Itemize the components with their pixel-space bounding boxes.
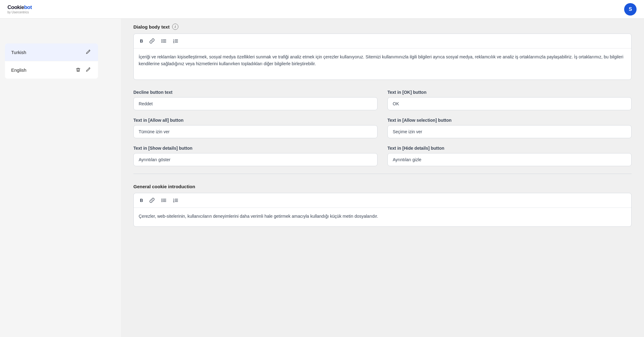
delete-english-button[interactable] (74, 66, 82, 74)
decline-button-label: Decline button text (133, 90, 378, 95)
language-name-english: English (11, 67, 26, 73)
svg-point-12 (162, 199, 163, 200)
hide-details-field: Text in [Hide details] button (387, 146, 632, 166)
dialog-body-text-section: Dialog body text i B (133, 24, 632, 80)
edit-english-button[interactable] (84, 66, 92, 74)
allow-selection-field: Text in [Allow selection] button (387, 118, 632, 138)
link-button-2[interactable] (147, 196, 157, 204)
avatar[interactable]: S (624, 3, 637, 16)
show-details-label: Text in [Show details] button (133, 146, 378, 151)
allow-selection-label: Text in [Allow selection] button (387, 118, 632, 123)
unordered-list-button-2[interactable] (159, 196, 169, 204)
ordered-list-button[interactable]: 1. 2. 3. (170, 37, 181, 45)
svg-text:3.: 3. (173, 42, 175, 43)
svg-point-1 (162, 41, 163, 42)
sidebar: Turkish English (0, 19, 121, 337)
dialog-body-text-editor: B (133, 34, 632, 80)
hide-details-label: Text in [Hide details] button (387, 146, 632, 151)
cookiebot-logo: Cookiebot by Usercentrics (7, 4, 32, 14)
language-actions-english (74, 66, 92, 74)
dialog-body-text-content[interactable]: İçeriği ve reklamları kişiselleştirmek, … (134, 48, 631, 80)
logo-area: Cookiebot by Usercentrics (7, 4, 32, 14)
language-card: Turkish English (5, 43, 98, 79)
svg-point-13 (162, 200, 163, 201)
buttons-row-3: Text in [Show details] button Text in [H… (133, 146, 632, 166)
decline-button-input[interactable] (133, 97, 378, 110)
general-cookie-intro-toolbar: B (134, 193, 631, 208)
buttons-row-2: Text in [Allow all] button Text in [Allo… (133, 118, 632, 138)
allow-all-input[interactable] (133, 125, 378, 138)
decline-button-field: Decline button text (133, 90, 378, 110)
ok-button-field: Text in [OK] button (387, 90, 632, 110)
bold-button[interactable]: B (137, 37, 145, 45)
edit-turkish-button[interactable] (84, 48, 92, 56)
show-details-input[interactable] (133, 153, 378, 166)
unordered-list-button[interactable] (159, 37, 169, 45)
allow-all-field: Text in [Allow all] button (133, 118, 378, 138)
svg-point-0 (162, 39, 163, 40)
general-cookie-intro-label: General cookie introduction (133, 184, 632, 189)
link-button[interactable] (147, 37, 157, 45)
allow-all-label: Text in [Allow all] button (133, 118, 378, 123)
show-details-field: Text in [Show details] button (133, 146, 378, 166)
general-cookie-intro-section: General cookie introduction B (133, 184, 632, 227)
svg-point-2 (162, 42, 163, 43)
header: Cookiebot by Usercentrics S (0, 0, 644, 19)
ok-button-label: Text in [OK] button (387, 90, 632, 95)
language-actions-turkish (84, 48, 92, 56)
language-item-turkish[interactable]: Turkish (5, 43, 98, 61)
bold-button-2[interactable]: B (137, 197, 145, 204)
section-divider (133, 174, 632, 174)
dialog-body-text-label: Dialog body text i (133, 24, 632, 30)
hide-details-input[interactable] (387, 153, 632, 166)
general-cookie-intro-editor: B (133, 193, 632, 227)
dialog-body-text-toolbar: B (134, 34, 631, 48)
main-content: Dialog body text i B (121, 19, 644, 337)
logo-brand: Cookiebot (7, 4, 32, 11)
ok-button-input[interactable] (387, 97, 632, 110)
language-name-turkish: Turkish (11, 50, 26, 55)
language-item-english[interactable]: English (5, 61, 98, 79)
svg-text:3.: 3. (173, 201, 175, 203)
general-cookie-intro-content[interactable]: Çerezler, web-sitelerinin, kullanıcıları… (134, 208, 631, 226)
svg-point-14 (162, 201, 163, 202)
page-container: Turkish English (0, 0, 644, 337)
dialog-body-text-info-icon[interactable]: i (172, 24, 178, 30)
buttons-row-1: Decline button text Text in [OK] button (133, 90, 632, 110)
allow-selection-input[interactable] (387, 125, 632, 138)
logo-by: by Usercentrics (7, 11, 32, 14)
ordered-list-button-2[interactable]: 1. 2. 3. (170, 196, 181, 204)
